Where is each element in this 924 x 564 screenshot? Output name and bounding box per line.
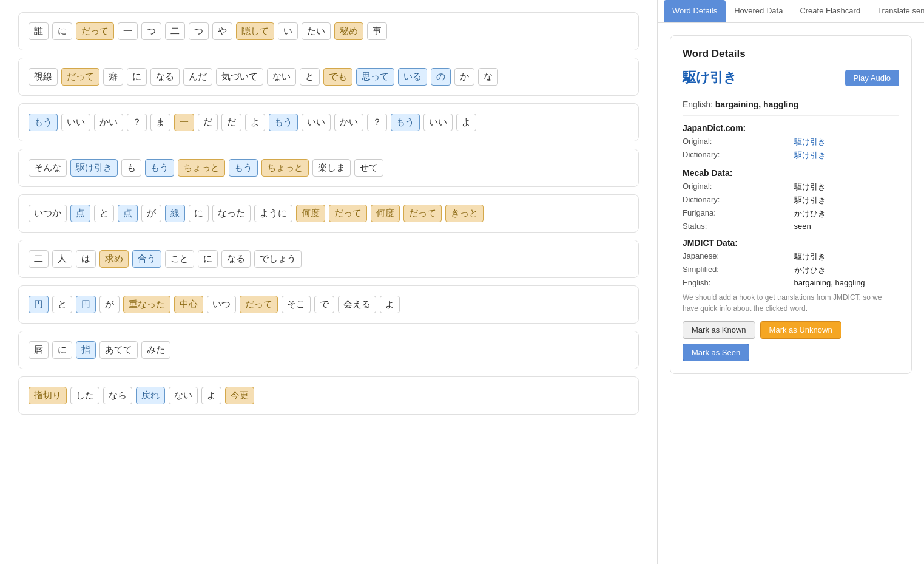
token[interactable]: だ xyxy=(221,114,241,131)
token[interactable]: 秘め xyxy=(334,22,363,40)
token[interactable]: 二 xyxy=(165,22,185,40)
token[interactable]: 会える xyxy=(338,296,376,313)
token[interactable]: も xyxy=(121,159,141,177)
token[interactable]: かい xyxy=(334,114,363,131)
token[interactable]: 指切り xyxy=(29,387,67,404)
token[interactable]: 円 xyxy=(29,296,49,313)
mark-known-button[interactable]: Mark as Known xyxy=(683,321,755,339)
token[interactable]: もう xyxy=(29,114,58,131)
token[interactable]: なる xyxy=(221,250,251,268)
token[interactable]: なる xyxy=(150,68,180,86)
token[interactable]: よ xyxy=(380,296,400,313)
token[interactable]: い xyxy=(278,22,298,40)
token[interactable]: もう xyxy=(145,159,174,177)
token[interactable]: 駆け引き xyxy=(70,159,118,177)
token[interactable]: だって xyxy=(76,22,114,40)
token[interactable]: した xyxy=(70,387,99,404)
token[interactable]: ？ xyxy=(127,114,147,131)
token[interactable]: でも xyxy=(323,68,352,86)
token[interactable]: いい xyxy=(61,114,90,131)
token[interactable]: は xyxy=(76,250,96,268)
token[interactable]: んだ xyxy=(183,68,212,86)
token[interactable]: ま xyxy=(150,114,170,131)
token[interactable]: つ xyxy=(141,22,161,40)
token[interactable]: 円 xyxy=(76,296,96,313)
token[interactable]: に xyxy=(189,205,209,222)
token[interactable]: 人 xyxy=(52,250,72,268)
token[interactable]: が xyxy=(141,205,161,222)
token[interactable]: 思って xyxy=(356,68,394,86)
token[interactable]: と xyxy=(52,296,72,313)
token[interactable]: 点 xyxy=(118,205,138,222)
token[interactable]: 求め xyxy=(99,250,129,268)
token[interactable]: もう xyxy=(391,114,420,131)
token[interactable]: こと xyxy=(165,250,194,268)
token[interactable]: みた xyxy=(141,341,170,359)
token[interactable]: に xyxy=(52,22,72,40)
token[interactable]: よ xyxy=(245,114,265,131)
token[interactable]: 線 xyxy=(165,205,185,222)
token[interactable]: よ xyxy=(201,387,221,404)
token[interactable]: の xyxy=(431,68,451,86)
token[interactable]: に xyxy=(198,250,218,268)
token[interactable]: 点 xyxy=(70,205,90,222)
token[interactable]: せて xyxy=(354,159,383,177)
token[interactable]: 何度 xyxy=(371,205,400,222)
token[interactable]: いる xyxy=(398,68,427,86)
token[interactable]: が xyxy=(99,296,120,313)
token[interactable]: いい xyxy=(423,114,453,131)
token[interactable]: そんな xyxy=(29,159,67,177)
token[interactable]: 誰 xyxy=(29,22,49,40)
token[interactable]: なった xyxy=(212,205,251,222)
token[interactable]: に xyxy=(52,341,72,359)
token[interactable]: で xyxy=(314,296,334,313)
token[interactable]: ように xyxy=(254,205,292,222)
token[interactable]: かい xyxy=(94,114,123,131)
token[interactable]: 一 xyxy=(174,114,194,131)
token[interactable]: きっと xyxy=(445,205,484,222)
token[interactable]: よ xyxy=(456,114,476,131)
token[interactable]: 楽しま xyxy=(312,159,351,177)
token[interactable]: ちょっと xyxy=(178,159,225,177)
mark-unknown-button[interactable]: Mark as Unknown xyxy=(760,321,841,339)
play-audio-button[interactable]: Play Audio xyxy=(845,70,899,86)
token[interactable]: ない xyxy=(169,387,198,404)
token[interactable]: あてて xyxy=(99,341,138,359)
token[interactable]: だって xyxy=(403,205,442,222)
token[interactable]: 重なった xyxy=(123,296,170,313)
tab-create-flashcard[interactable]: Create Flashcard xyxy=(791,0,869,22)
token[interactable]: な xyxy=(478,68,498,86)
token[interactable]: いつ xyxy=(207,296,236,313)
token[interactable]: 中心 xyxy=(174,296,203,313)
token[interactable]: に xyxy=(127,68,147,86)
token[interactable]: か xyxy=(454,68,474,86)
tab-translate-sentence[interactable]: Translate sentence xyxy=(869,0,924,22)
token[interactable]: 一 xyxy=(118,22,138,40)
token[interactable]: だって xyxy=(240,296,278,313)
token[interactable]: いい xyxy=(302,114,331,131)
token[interactable]: 何度 xyxy=(296,205,325,222)
dictionary-link[interactable]: 駆け引き xyxy=(794,151,826,160)
token[interactable]: いつか xyxy=(29,205,67,222)
token[interactable]: 今更 xyxy=(225,387,254,404)
token[interactable]: 癖 xyxy=(103,68,123,86)
token[interactable]: ？ xyxy=(367,114,387,131)
token[interactable]: でしょう xyxy=(254,250,302,268)
token[interactable]: 事 xyxy=(367,22,387,40)
token[interactable]: 合う xyxy=(132,250,161,268)
token[interactable]: と xyxy=(300,68,320,86)
token[interactable]: ない xyxy=(267,68,296,86)
token[interactable]: なら xyxy=(103,387,132,404)
token[interactable]: もう xyxy=(229,159,258,177)
token[interactable]: だ xyxy=(198,114,218,131)
token[interactable]: 指 xyxy=(76,341,96,359)
token[interactable]: だって xyxy=(329,205,367,222)
token[interactable]: 唇 xyxy=(29,341,49,359)
token[interactable]: と xyxy=(94,205,114,222)
token[interactable]: 二 xyxy=(29,250,49,268)
token[interactable]: 隠して xyxy=(236,22,274,40)
token[interactable]: や xyxy=(212,22,232,40)
token[interactable]: 気づいて xyxy=(216,68,263,86)
original-link[interactable]: 駆け引き xyxy=(794,137,826,146)
token[interactable]: 視線 xyxy=(29,68,58,86)
